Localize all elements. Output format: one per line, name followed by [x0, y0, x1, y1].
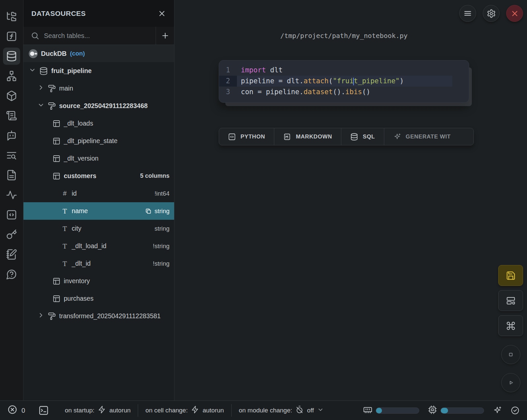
tree-row--dlt-load-id[interactable]: T_dlt_load_id!string: [23, 237, 174, 255]
tree-label: city: [72, 225, 81, 232]
setting-label: on startup:: [65, 407, 94, 414]
code-line-1[interactable]: 1 import dlt: [219, 65, 469, 76]
sidebar-dependencies-button[interactable]: [3, 67, 20, 85]
layout-button[interactable]: [498, 290, 523, 311]
tree-row-main[interactable]: main: [23, 80, 174, 97]
tree-row--dlt-pipeline-state[interactable]: _dlt_pipeline_state: [23, 132, 174, 150]
plus-icon: [161, 31, 169, 40]
tree-row-meta: !int64: [155, 190, 169, 197]
tree-label: _dlt_id: [72, 260, 91, 267]
add-datasource-button[interactable]: [161, 31, 169, 40]
add-markdown-cell-button[interactable]: MARKDOWN: [274, 128, 341, 145]
tree-row-meta: !string: [153, 260, 169, 267]
tree-label: _dlt_pipeline_state: [64, 137, 118, 145]
notebook-pen-icon: [6, 249, 17, 260]
tree-row-inventory[interactable]: inventory: [23, 272, 174, 290]
tree-row--dlt-id[interactable]: T_dlt_id!string: [23, 255, 174, 272]
tree-row-transformed-202504291112283581[interactable]: transformed_202504291112283581: [23, 307, 174, 325]
run-button[interactable]: [501, 373, 520, 392]
table-icon: [53, 277, 60, 285]
tree-row-customers[interactable]: customers5 columns: [23, 167, 174, 185]
sidebar-packages-button[interactable]: [3, 87, 20, 104]
floating-actions: [498, 265, 523, 392]
tree-row-id[interactable]: #id!int64: [23, 185, 174, 202]
tree-row-source-202504291112283468[interactable]: source_202504291112283468: [23, 97, 174, 115]
terminal-button[interactable]: [38, 405, 49, 416]
ai-assistant-button[interactable]: [493, 406, 502, 415]
code-line-2[interactable]: 2 pipeline = dlt.attach("fruit_pipeline"…: [219, 76, 469, 87]
on-cell-change-setting[interactable]: on cell change: autorun: [138, 405, 231, 415]
sidebar-snippets-button[interactable]: [3, 206, 20, 223]
shutdown-button[interactable]: [506, 5, 523, 22]
sidebar-secrets-button[interactable]: [3, 226, 20, 243]
table-icon: [53, 295, 60, 303]
tree-row--dlt-version[interactable]: _dlt_version: [23, 150, 174, 167]
tree-row--dlt-loads[interactable]: _dlt_loads: [23, 115, 174, 132]
tree-row-city[interactable]: Tcitystring: [23, 220, 174, 237]
duckdb-logo-icon: [29, 49, 38, 58]
table-icon: [53, 120, 60, 128]
on-module-change-setting[interactable]: on module change: off: [232, 405, 331, 415]
timer-off-icon: [295, 405, 304, 414]
on-startup-setting[interactable]: on startup: autorun: [57, 405, 138, 415]
tree-row-duckdb[interactable]: DuckDB(con): [23, 45, 174, 62]
activity-icon: [6, 189, 17, 201]
paint-roller-icon: [48, 312, 56, 320]
add-generate-ai-cell-button[interactable]: GENERATE WIT: [384, 128, 473, 145]
error-count: 0: [21, 407, 25, 414]
database-icon: [39, 67, 48, 75]
command-icon: [506, 321, 516, 331]
tree-row-purchases[interactable]: purchases: [23, 290, 174, 307]
add-python-cell-button[interactable]: PYTHON: [219, 128, 274, 145]
tree-label: id: [72, 190, 77, 197]
search-bar: [23, 27, 174, 45]
sidebar-tracing-button[interactable]: [3, 186, 20, 204]
tree-row-name[interactable]: Tnamestring: [23, 202, 174, 220]
chevron-down-icon: [317, 406, 324, 413]
memory-meter: [363, 405, 419, 416]
tree-label: source_202504291112283468: [59, 102, 148, 110]
tree-row-meta: string: [155, 225, 169, 232]
setting-value: autorun: [109, 407, 131, 414]
sidebar-scratchpad-button[interactable]: [3, 107, 20, 124]
close-icon: [158, 9, 166, 18]
connection-status-button[interactable]: [510, 406, 520, 415]
save-button[interactable]: [498, 265, 523, 286]
table-icon: [53, 137, 60, 145]
layout-icon: [506, 296, 516, 306]
sidebar-functions-button[interactable]: [3, 28, 20, 45]
app-window: DATASOURCES DuckDB(con)fruit_pipelinemai…: [0, 0, 527, 401]
sidebar-help-button[interactable]: [3, 266, 20, 283]
zap-icon: [191, 405, 199, 414]
panel-title: DATASOURCES: [31, 10, 86, 18]
text-type-icon: T: [61, 208, 68, 215]
button-label: SQL: [363, 134, 375, 140]
scroll-icon: [6, 110, 17, 121]
paint-roller-icon: [48, 102, 56, 110]
tree-row-meta: string: [145, 208, 169, 215]
tree-label: name: [72, 207, 88, 215]
sidebar-datasources-button[interactable]: [3, 48, 20, 65]
add-sql-cell-button[interactable]: SQL: [341, 128, 384, 145]
database-icon: [350, 133, 358, 141]
code-cell[interactable]: 1 import dlt 2 pipeline = dlt.attach("fr…: [219, 60, 469, 103]
chevron-right-icon: [37, 84, 45, 91]
add-cell-toolbar: PYTHON MARKDOWN SQL GENERATE WIT: [219, 128, 474, 145]
tree-label: _dlt_load_id: [72, 242, 106, 250]
command-palette-button[interactable]: [498, 315, 523, 336]
sidebar-logs-button[interactable]: [3, 147, 20, 164]
settings-button[interactable]: [483, 5, 500, 22]
search-input[interactable]: [44, 32, 151, 40]
close-icon: [510, 9, 519, 18]
code-line-3[interactable]: 3 con = pipeline.dataset().ibis(): [219, 87, 469, 97]
sidebar-documentation-button[interactable]: [3, 167, 20, 184]
stop-button[interactable]: [501, 345, 520, 364]
sidebar-file-tree-button[interactable]: [3, 8, 20, 25]
tree-row-fruit-pipeline[interactable]: fruit_pipeline: [23, 62, 174, 80]
sidebar-chat-button[interactable]: [3, 127, 20, 144]
panel-close-button[interactable]: [158, 9, 166, 18]
terminal-square-icon: [38, 405, 49, 416]
tree-label: inventory: [64, 277, 90, 285]
sidebar-notebook-button[interactable]: [3, 246, 20, 263]
menu-button[interactable]: [459, 5, 476, 22]
